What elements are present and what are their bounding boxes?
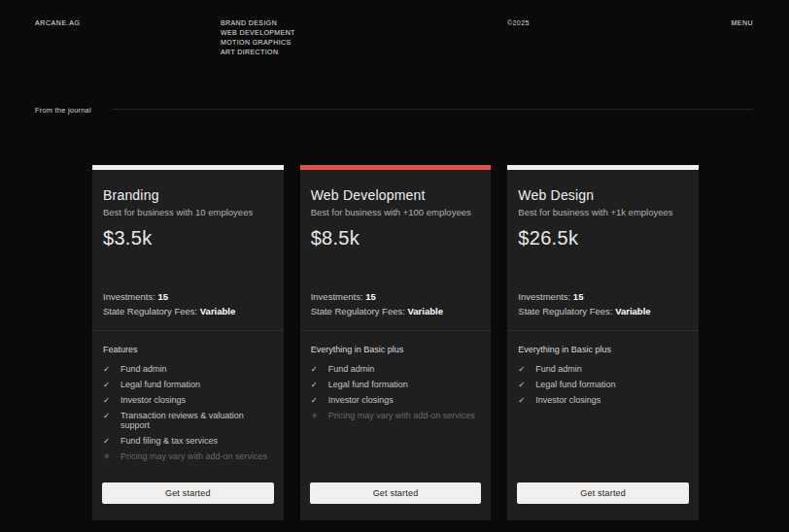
pricing-cards: Branding Best for business with 10 emplo… bbox=[92, 165, 699, 520]
features-heading: Everything in Basic plus bbox=[518, 345, 688, 354]
pricing-note-label: Pricing may vary with add-on services bbox=[328, 411, 475, 420]
pricing-card-web-design: Web Design Best for business with +1k em… bbox=[507, 165, 699, 520]
site-logo[interactable]: ARCANE.AG bbox=[35, 19, 81, 26]
pricing-note: ✳Pricing may vary with add-on services bbox=[103, 451, 273, 461]
fees-line: State Regulatory Fees: Variable bbox=[518, 304, 688, 318]
get-started-button[interactable]: Get started bbox=[310, 482, 482, 504]
feature-item: ✓Transaction reviews & valuation support bbox=[103, 411, 273, 430]
feature-item: ✓Fund admin bbox=[518, 364, 688, 374]
pricing-note: ✳Pricing may vary with add-on services bbox=[311, 411, 481, 420]
feature-label: Legal fund formation bbox=[535, 380, 615, 389]
fees-label: State Regulatory Fees: bbox=[311, 306, 405, 316]
card-divider bbox=[300, 330, 492, 331]
menu-button[interactable]: MENU bbox=[731, 19, 753, 26]
investments-line: Investments: 15 bbox=[518, 289, 688, 304]
fees-line: State Regulatory Fees: Variable bbox=[311, 304, 481, 318]
asterisk-icon: ✳ bbox=[311, 411, 320, 420]
journal-divider-line bbox=[112, 109, 753, 110]
card-title: Web Design bbox=[518, 187, 688, 203]
feature-item: ✓Legal fund formation bbox=[103, 380, 273, 389]
main-nav: BRAND DESIGN WEB DEVELOPMENT MOTION GRAP… bbox=[221, 18, 295, 57]
investments-value: 15 bbox=[573, 291, 584, 302]
card-body: Web Development Best for business with +… bbox=[300, 170, 492, 520]
fees-line: State Regulatory Fees: Variable bbox=[103, 304, 273, 318]
asterisk-icon: ✳ bbox=[103, 451, 112, 461]
card-title: Branding bbox=[103, 187, 273, 203]
investments-line: Investments: 15 bbox=[103, 289, 273, 304]
check-icon: ✓ bbox=[518, 395, 527, 405]
feature-label: Fund admin bbox=[120, 364, 167, 374]
nav-item-motion-graphics[interactable]: MOTION GRAPHICS bbox=[221, 38, 295, 48]
investments-value: 15 bbox=[365, 291, 376, 302]
get-started-button[interactable]: Get started bbox=[517, 482, 689, 504]
fees-value: Variable bbox=[200, 306, 235, 316]
check-icon: ✓ bbox=[103, 436, 112, 446]
card-divider bbox=[507, 330, 699, 331]
fees-value: Variable bbox=[407, 306, 442, 316]
card-price: $3.5k bbox=[103, 227, 273, 249]
feature-label: Fund admin bbox=[328, 364, 375, 374]
feature-label: Legal fund formation bbox=[120, 380, 200, 389]
card-price: $26.5k bbox=[518, 227, 688, 249]
card-body: Branding Best for business with 10 emplo… bbox=[92, 170, 284, 520]
card-meta: Investments: 15 State Regulatory Fees: V… bbox=[311, 289, 481, 318]
feature-label: Fund admin bbox=[535, 364, 582, 374]
feature-item: ✓Investor closings bbox=[518, 395, 688, 405]
card-subtitle: Best for business with +100 employees bbox=[311, 207, 481, 217]
pricing-card-web-development: Web Development Best for business with +… bbox=[300, 165, 492, 520]
nav-item-brand-design[interactable]: BRAND DESIGN bbox=[221, 18, 295, 28]
feature-label: Fund filing & tax services bbox=[120, 436, 218, 446]
copyright-text: ©2025 bbox=[507, 19, 530, 26]
feature-label: Investor closings bbox=[535, 395, 600, 405]
check-icon: ✓ bbox=[103, 380, 112, 389]
investments-label: Investments: bbox=[103, 291, 155, 302]
nav-item-art-direction[interactable]: ART DIRECTION bbox=[221, 48, 295, 57]
check-icon: ✓ bbox=[103, 364, 112, 374]
feature-label: Investor closings bbox=[328, 395, 394, 405]
card-price: $8.5k bbox=[311, 227, 481, 249]
feature-item: ✓Legal fund formation bbox=[311, 380, 481, 389]
nav-item-web-development[interactable]: WEB DEVELOPMENT bbox=[221, 28, 295, 38]
card-subtitle: Best for business with 10 employees bbox=[103, 207, 273, 217]
check-icon: ✓ bbox=[311, 380, 320, 389]
card-subtitle: Best for business with +1k employees bbox=[518, 207, 688, 217]
check-icon: ✓ bbox=[103, 411, 112, 420]
investments-label: Investments: bbox=[518, 291, 570, 302]
card-title: Web Development bbox=[311, 187, 481, 203]
feature-item: ✓Legal fund formation bbox=[518, 380, 688, 389]
check-icon: ✓ bbox=[518, 364, 527, 374]
features-heading: Features bbox=[103, 345, 273, 354]
fees-label: State Regulatory Fees: bbox=[103, 306, 197, 316]
journal-label: From the journal bbox=[35, 106, 91, 115]
investments-line: Investments: 15 bbox=[311, 289, 481, 304]
card-meta: Investments: 15 State Regulatory Fees: V… bbox=[518, 289, 688, 318]
check-icon: ✓ bbox=[103, 395, 112, 405]
get-started-button[interactable]: Get started bbox=[102, 482, 274, 504]
card-divider bbox=[92, 330, 284, 331]
feature-item: ✓Fund admin bbox=[103, 364, 273, 374]
features-heading: Everything in Basic plus bbox=[311, 345, 481, 354]
pricing-note-label: Pricing may vary with add-on services bbox=[120, 451, 267, 461]
feature-item: ✓Investor closings bbox=[103, 395, 273, 405]
feature-item: ✓Fund admin bbox=[311, 364, 481, 374]
feature-item: ✓Fund filing & tax services bbox=[103, 436, 273, 446]
feature-label: Legal fund formation bbox=[328, 380, 408, 389]
investments-label: Investments: bbox=[311, 291, 363, 302]
check-icon: ✓ bbox=[518, 380, 527, 389]
check-icon: ✓ bbox=[311, 395, 320, 405]
fees-label: State Regulatory Fees: bbox=[518, 306, 612, 316]
card-meta: Investments: 15 State Regulatory Fees: V… bbox=[103, 289, 273, 318]
card-body: Web Design Best for business with +1k em… bbox=[507, 170, 699, 520]
fees-value: Variable bbox=[615, 306, 650, 316]
check-icon: ✓ bbox=[311, 364, 320, 374]
feature-item: ✓Investor closings bbox=[311, 395, 481, 405]
feature-label: Investor closings bbox=[120, 395, 186, 405]
feature-label: Transaction reviews & valuation support bbox=[120, 411, 273, 430]
investments-value: 15 bbox=[158, 291, 169, 302]
pricing-card-branding: Branding Best for business with 10 emplo… bbox=[92, 165, 284, 520]
